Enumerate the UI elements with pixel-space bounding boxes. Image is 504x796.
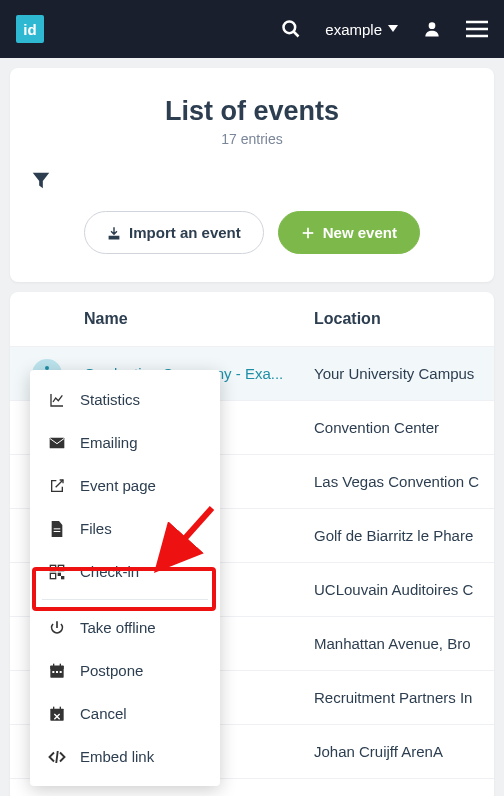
- svg-rect-41: [50, 573, 55, 578]
- code-icon: [48, 750, 66, 764]
- row-menu-button[interactable]: [32, 791, 62, 797]
- menu-divider: [42, 599, 208, 600]
- menu-check-in[interactable]: Check-in: [30, 550, 220, 593]
- menu-files[interactable]: Files: [30, 507, 220, 550]
- svg-rect-52: [53, 706, 54, 709]
- header-card: List of events 17 entries Import an even…: [10, 68, 494, 282]
- organization-name: example: [325, 21, 382, 38]
- svg-rect-43: [62, 576, 64, 578]
- svg-rect-39: [50, 565, 55, 570]
- plus-icon: [301, 226, 315, 240]
- table-header: Name Location: [10, 292, 494, 346]
- svg-rect-37: [54, 528, 61, 529]
- column-name-header[interactable]: Name: [84, 310, 314, 328]
- svg-point-2: [429, 22, 436, 29]
- svg-rect-47: [60, 663, 61, 666]
- external-link-icon: [48, 478, 66, 494]
- organization-dropdown[interactable]: example: [325, 21, 398, 38]
- svg-rect-48: [52, 671, 54, 673]
- event-location: Convention Center: [314, 419, 494, 436]
- svg-point-9: [45, 366, 49, 370]
- event-location: UCLouvain Auditoires C: [314, 581, 494, 598]
- hamburger-icon[interactable]: [466, 20, 488, 38]
- calendar-x-icon: [48, 706, 66, 722]
- event-location: Las Vegas Convention C: [314, 473, 494, 490]
- file-icon: [48, 521, 66, 537]
- menu-cancel[interactable]: Cancel: [30, 692, 220, 735]
- svg-rect-50: [60, 671, 62, 673]
- svg-rect-46: [53, 663, 54, 666]
- event-location: Johan Cruijff ArenA: [314, 743, 494, 760]
- filter-icon[interactable]: [30, 169, 474, 191]
- import-label: Import an event: [129, 224, 241, 241]
- import-event-button[interactable]: Import an event: [84, 211, 264, 254]
- svg-rect-53: [60, 706, 61, 709]
- menu-event-page[interactable]: Event page: [30, 464, 220, 507]
- logo: id: [16, 15, 44, 43]
- topbar: id example: [0, 0, 504, 58]
- power-icon: [48, 620, 66, 636]
- svg-rect-6: [109, 236, 118, 238]
- row-actions-menu: Statistics Emailing Event page Files Che…: [30, 370, 220, 786]
- svg-rect-49: [56, 671, 58, 673]
- menu-statistics[interactable]: Statistics: [30, 378, 220, 421]
- event-location: Golf de Biarritz le Phare: [314, 527, 494, 544]
- menu-postpone[interactable]: Postpone: [30, 649, 220, 692]
- new-label: New event: [323, 224, 397, 241]
- chart-icon: [48, 392, 66, 408]
- menu-take-offline[interactable]: Take offline: [30, 606, 220, 649]
- svg-point-0: [284, 22, 296, 34]
- svg-rect-42: [58, 573, 60, 575]
- qr-icon: [48, 564, 66, 580]
- event-location: Your University Campus: [314, 365, 494, 382]
- user-icon[interactable]: [422, 19, 442, 39]
- calendar-icon: [48, 663, 66, 679]
- menu-embed[interactable]: Embed link: [30, 735, 220, 778]
- entries-count: 17 entries: [30, 131, 474, 147]
- event-location: Manhattan Avenue, Bro: [314, 635, 494, 652]
- new-event-button[interactable]: New event: [278, 211, 420, 254]
- search-icon[interactable]: [281, 19, 301, 39]
- event-location: Recruitment Partners In: [314, 689, 494, 706]
- download-icon: [107, 226, 121, 240]
- column-location-header[interactable]: Location: [314, 310, 494, 328]
- menu-emailing[interactable]: Emailing: [30, 421, 220, 464]
- svg-rect-40: [58, 565, 63, 570]
- svg-rect-36: [50, 437, 65, 448]
- envelope-icon: [48, 436, 66, 450]
- svg-rect-45: [50, 665, 63, 668]
- svg-line-54: [56, 751, 58, 763]
- page-title: List of events: [30, 96, 474, 127]
- svg-line-1: [294, 32, 299, 37]
- svg-rect-51: [50, 708, 63, 720]
- svg-rect-38: [54, 531, 61, 532]
